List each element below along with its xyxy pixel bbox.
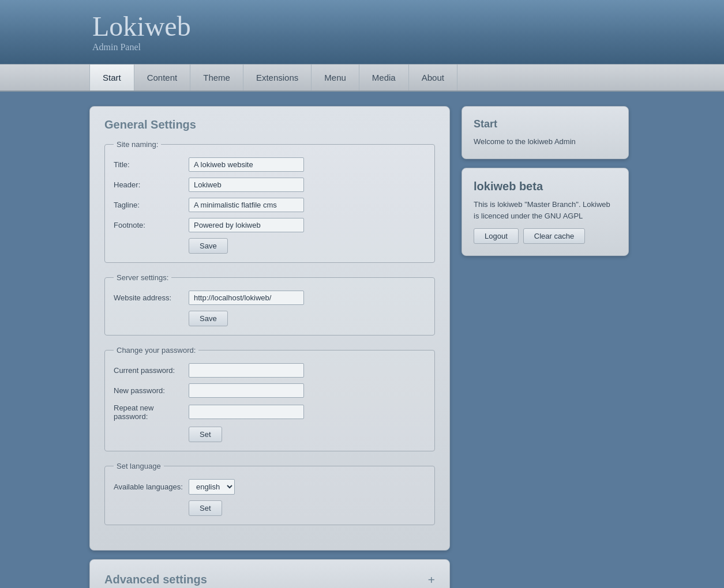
repeat-password-label: Repeat new password:: [114, 404, 189, 421]
advanced-settings-card[interactable]: Advanced settings +: [89, 559, 450, 588]
advanced-plus-icon: +: [427, 572, 435, 587]
header-input[interactable]: [189, 178, 304, 192]
current-password-row: Current password:: [114, 363, 426, 378]
title-input[interactable]: [189, 157, 304, 172]
tagline-input[interactable]: [189, 198, 304, 212]
tagline-label: Tagline:: [114, 201, 189, 209]
language-select[interactable]: english: [189, 479, 235, 495]
set-language-fieldset: Set language Available languages: englis…: [104, 462, 435, 525]
available-languages-row: Available languages: english: [114, 479, 426, 495]
general-settings-heading: General Settings: [104, 118, 435, 131]
nav-item-media[interactable]: Media: [359, 65, 409, 91]
footnote-row: Footnote:: [114, 218, 426, 232]
password-set-row: Set: [114, 427, 426, 442]
start-card-title: Start: [474, 118, 617, 130]
clear-cache-button[interactable]: Clear cache: [523, 228, 585, 244]
header: Lokiweb Admin Panel: [0, 0, 724, 64]
beta-card-description: This is lokiweb "Master Branch". Lokiweb…: [474, 199, 617, 221]
new-password-input[interactable]: [189, 383, 304, 398]
header-row: Header:: [114, 178, 426, 192]
footnote-input[interactable]: [189, 218, 304, 232]
general-settings-card: General Settings Site naming: Title: Hea…: [89, 106, 450, 551]
header-label: Header:: [114, 180, 189, 189]
site-naming-save-row: Save: [114, 238, 426, 254]
right-column: Start Welcome to the lokiweb Admin lokiw…: [462, 106, 629, 257]
server-settings-legend: Server settings:: [114, 273, 171, 282]
site-title: Lokiweb: [92, 12, 191, 42]
available-languages-label: Available languages:: [114, 483, 189, 491]
change-password-legend: Change your password:: [114, 346, 198, 355]
beta-card-buttons: Logout Clear cache: [474, 228, 617, 244]
start-card: Start Welcome to the lokiweb Admin: [462, 106, 629, 160]
website-address-label: Website address:: [114, 293, 189, 302]
nav-item-theme[interactable]: Theme: [190, 65, 243, 91]
current-password-label: Current password:: [114, 366, 189, 375]
nav-item-about[interactable]: About: [409, 65, 457, 91]
change-password-fieldset: Change your password: Current password: …: [104, 346, 435, 451]
start-card-description: Welcome to the lokiweb Admin: [474, 136, 617, 148]
nav-item-start[interactable]: Start: [89, 65, 134, 91]
tagline-row: Tagline:: [114, 198, 426, 212]
navbar: Start Content Theme Extensions Menu Medi…: [0, 64, 724, 92]
left-column: General Settings Site naming: Title: Hea…: [89, 106, 450, 588]
language-set-row: Set: [114, 500, 426, 516]
site-naming-legend: Site naming:: [114, 140, 161, 149]
main-content: General Settings Site naming: Title: Hea…: [0, 92, 724, 588]
server-save-row: Save: [114, 311, 426, 326]
website-address-input[interactable]: [189, 291, 304, 305]
server-save-button[interactable]: Save: [189, 311, 228, 326]
website-address-row: Website address:: [114, 291, 426, 305]
nav-item-extensions[interactable]: Extensions: [243, 65, 312, 91]
site-subtitle: Admin Panel: [92, 42, 191, 52]
language-set-button[interactable]: Set: [189, 500, 222, 516]
beta-card: lokiweb beta This is lokiweb "Master Bra…: [462, 168, 629, 256]
new-password-row: New password:: [114, 383, 426, 398]
repeat-password-row: Repeat new password:: [114, 404, 426, 421]
advanced-settings-heading: Advanced settings: [104, 573, 207, 586]
title-label: Title:: [114, 160, 189, 169]
logout-button[interactable]: Logout: [474, 228, 519, 244]
new-password-label: New password:: [114, 386, 189, 395]
set-language-legend: Set language: [114, 462, 164, 470]
nav-item-content[interactable]: Content: [134, 65, 191, 91]
current-password-input[interactable]: [189, 363, 304, 378]
site-naming-save-button[interactable]: Save: [189, 238, 228, 254]
nav-item-menu[interactable]: Menu: [312, 65, 359, 91]
password-set-button[interactable]: Set: [189, 427, 222, 442]
title-row: Title:: [114, 157, 426, 172]
beta-card-title: lokiweb beta: [474, 180, 617, 193]
site-naming-fieldset: Site naming: Title: Header: Tagline: Foo…: [104, 140, 435, 263]
repeat-password-input[interactable]: [189, 405, 304, 419]
server-settings-fieldset: Server settings: Website address: Save: [104, 273, 435, 336]
footnote-label: Footnote:: [114, 221, 189, 229]
